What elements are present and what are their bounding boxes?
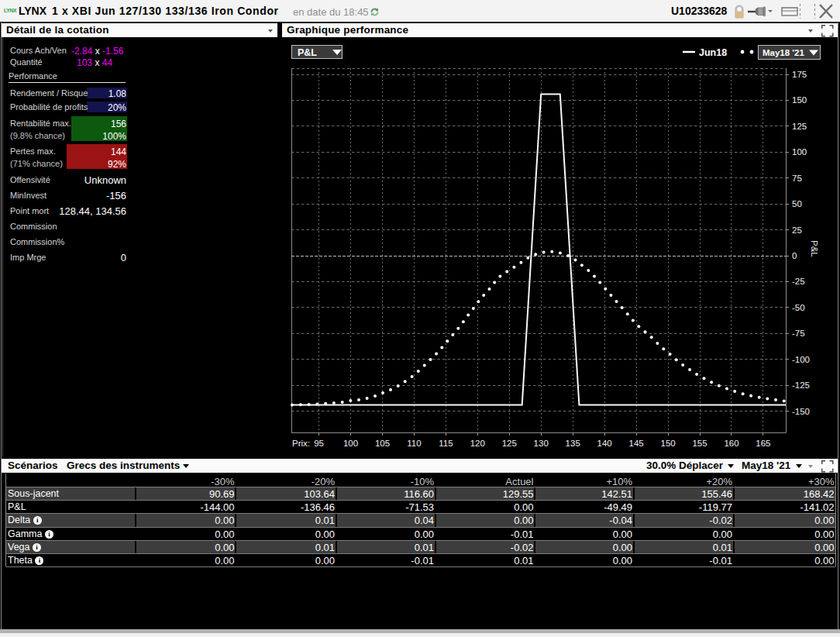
svg-text:-150: -150	[792, 407, 810, 416]
svg-text:25: 25	[792, 226, 802, 235]
svg-text:130: 130	[534, 439, 549, 448]
svg-text:100: 100	[792, 147, 807, 157]
svg-text:150: 150	[792, 95, 807, 105]
svg-text:125: 125	[502, 439, 517, 448]
svg-text:95: 95	[314, 439, 324, 448]
svg-text:May18 '21: May18 '21	[763, 48, 804, 57]
svg-text:125: 125	[792, 122, 807, 131]
svg-text:-75: -75	[792, 329, 805, 338]
svg-text:-50: -50	[792, 303, 805, 312]
svg-text:-25: -25	[792, 277, 805, 286]
svg-text:155: 155	[692, 439, 707, 448]
svg-text:-100: -100	[792, 355, 810, 364]
svg-text:150: 150	[661, 439, 676, 448]
svg-text:-125: -125	[792, 380, 810, 390]
svg-text:145: 145	[629, 439, 644, 448]
svg-text:110: 110	[407, 439, 421, 448]
svg-text:135: 135	[566, 439, 580, 448]
svg-text:P&L: P&L	[810, 240, 819, 257]
svg-text:160: 160	[724, 439, 738, 448]
svg-text:140: 140	[597, 439, 612, 448]
svg-text:Prix:: Prix:	[292, 439, 310, 448]
svg-text:105: 105	[375, 439, 390, 448]
svg-text:0: 0	[792, 251, 797, 260]
svg-text:165: 165	[756, 439, 770, 448]
svg-text:115: 115	[439, 439, 453, 448]
svg-text:50: 50	[792, 199, 802, 208]
svg-text:75: 75	[792, 174, 802, 183]
svg-text:P&L: P&L	[298, 47, 317, 58]
svg-text:175: 175	[792, 70, 807, 79]
svg-text:120: 120	[470, 439, 485, 448]
svg-text:Jun18: Jun18	[699, 47, 727, 58]
svg-text:100: 100	[343, 439, 358, 448]
